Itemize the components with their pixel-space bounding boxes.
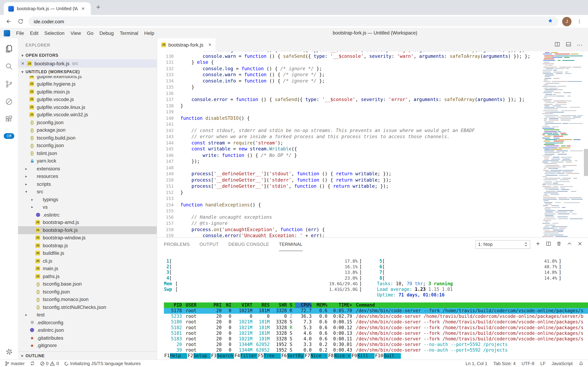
outline-header[interactable]: ▸ OUTLINE [18,351,157,359]
fkey-action-quit[interactable]: Quit [383,353,401,359]
close-panel-icon[interactable] [577,241,583,248]
menu-help[interactable]: Help [141,29,157,37]
tree-item-vs[interactable]: ▸vs [18,203,157,211]
process-row-5182[interactable]: 5182root2001021M181M3328R5.30.60:00.12/d… [164,325,588,331]
process-row-5181[interactable]: 5181root2001021M181M3328S4.60.60:00.13/d… [164,331,588,336]
maximize-panel-icon[interactable] [567,241,572,248]
column-header-ni[interactable]: NI [222,302,232,308]
fkey-f6[interactable]: F6 [281,353,287,359]
fkey-f4[interactable]: F4 [234,353,240,359]
tree-item-paths.js[interactable]: JSpaths.js [18,272,157,280]
column-header-pid[interactable]: PID [164,302,182,308]
process-row-5233[interactable]: 5233root200000Z36.30.00:02.79/dev/shm/bi… [164,314,588,319]
tree-item-tsconfig.json[interactable]: {}tsconfig.json [18,142,157,149]
kill-terminal-icon[interactable] [556,241,562,248]
close-icon[interactable]: ✕ [21,61,27,66]
sync-icon[interactable] [30,361,35,366]
eol[interactable]: LF [540,361,546,366]
tree-item-bootstrap-amd.js[interactable]: JSbootstrap-amd.js [18,218,157,226]
fkey-f3[interactable]: F3 [211,353,217,359]
settings-gear-icon[interactable] [0,348,18,356]
chevron-right-icon[interactable]: ▸ [23,313,29,317]
reload-icon[interactable] [17,17,25,25]
fkey-f7[interactable]: F7 [304,353,311,359]
tab-close-icon[interactable]: ✕ [81,5,86,12]
tree-item-gulpfile.vscode.linux.js[interactable]: JSgulpfile.vscode.linux.js [18,103,157,111]
new-terminal-icon[interactable] [535,241,541,248]
notifications-bell-icon[interactable] [579,361,583,366]
new-tab-button[interactable] [95,4,101,12]
tree-item-scripts[interactable]: ▸scripts [18,180,157,188]
fkey-action-kill[interactable]: Kill [357,353,375,359]
tree-item-gulpfile.mixin.js[interactable]: JSgulpfile.mixin.js [18,88,157,95]
tree-item-resources[interactable]: ▸resources [18,173,157,180]
avatar[interactable]: J [562,17,571,26]
panel-tab-terminal[interactable]: TERMINAL [279,238,302,251]
tree-item-tsconfig.json[interactable]: {}tsconfig.json [18,288,157,296]
blocked-circle-icon[interactable] [5,97,14,106]
chevron-right-icon[interactable]: ▸ [29,197,35,201]
tree-item-bootstrap.js[interactable]: JSbootstrap.js [18,242,157,249]
split-terminal-icon[interactable] [546,241,551,248]
tree-item-tsconfig.strictNullChecks.json[interactable]: {}tsconfig.strictNullChecks.json [18,303,157,311]
fkey-action-search[interactable]: Search [217,353,234,359]
tree-item-typings[interactable]: ▸typings [18,196,157,203]
tree-item-.mention-bot[interactable]: ●.mention-bot [18,349,157,351]
fkey-action-nice[interactable]: Nice - [311,353,328,359]
open-editor-item[interactable]: ✕ JS bootstrap-fork.js src [18,59,157,67]
minimap[interactable] [542,52,583,237]
fkey-action-nice[interactable]: Nice + [334,353,351,359]
menu-selection[interactable]: Selection [41,29,67,37]
tab-close-icon[interactable]: ✕ [208,42,212,47]
column-header-res[interactable]: RES [252,302,270,308]
menu-terminal[interactable]: Terminal [117,29,141,37]
process-row-5180[interactable]: 5180root2001021M181M3328S7.30.60:00.15/d… [164,319,588,325]
back-icon[interactable] [5,17,13,25]
fkey-f9[interactable]: F9 [351,353,357,359]
column-header-virt[interactable]: VIRT [232,302,252,308]
extensions-icon[interactable] [5,115,14,124]
fkey-action-tree[interactable]: Tree [264,353,281,359]
process-row-5178[interactable]: 5178root2001021M181M3328R72.70.60:05.70/… [164,308,588,314]
tree-item-cli.js[interactable]: JScli.js [18,257,157,265]
git-branch-item[interactable]: master [5,361,25,366]
column-header-shr[interactable]: SHR [270,302,287,308]
source-control-icon[interactable] [5,80,14,88]
editor-scrollbar[interactable] [584,149,588,176]
tree-item-tsconfig.build.json[interactable]: {}tsconfig.build.json [18,134,157,142]
tree-item-tsconfig.base.json[interactable]: {}tsconfig.base.json [18,280,157,288]
tree-item-bootstrap-window.js[interactable]: JSbootstrap-window.js [18,234,157,242]
chevron-right-icon[interactable]: ▸ [23,182,29,186]
tree-item-bootstrap-fork.js[interactable]: JSbootstrap-fork.js [18,226,157,234]
tree-item-test[interactable]: ▸test [18,311,157,319]
tree-item-package.json[interactable]: {}package.json [18,126,157,134]
explorer-icon[interactable] [5,44,14,53]
tree-item-tslint.json[interactable]: {}tslint.json [18,149,157,157]
tree-item-.editorconfig[interactable]: .editorconfig [18,319,157,326]
chevron-down-icon[interactable]: ▾ [23,190,29,194]
chevron-right-icon[interactable]: ▸ [23,174,29,178]
menu-view[interactable]: View [67,29,84,37]
tree-item-.eslintrc.json[interactable]: .eslintrc.json [18,326,157,334]
process-row-5183[interactable]: 5183root2001021M181M3328S4.00.60:00.11/d… [164,336,588,342]
more-actions-icon[interactable]: ⋯ [577,42,583,48]
code-editor[interactable]: 129 console.log = function () { safeSend… [157,51,588,237]
column-header-pri[interactable]: PRI [208,302,222,308]
fkey-f8[interactable]: F8 [328,353,334,359]
fkey-action-filter[interactable]: Filter [240,353,258,359]
tab-size[interactable]: Tab Size: 4 [493,361,515,366]
search-icon[interactable] [5,62,14,71]
process-row-20[interactable]: 20root2001344M620521952S3.30.20:30.01/de… [164,342,588,347]
encoding[interactable]: UTF-8 [522,361,534,366]
off-badge[interactable]: Off [4,133,14,139]
menu-edit[interactable]: Edit [27,29,41,37]
fkey-f1[interactable]: F1 [164,353,170,359]
split-editor-icon[interactable] [554,41,560,49]
menu-go[interactable]: Go [84,29,96,37]
column-header-command[interactable]: Command [352,302,588,308]
fkey-action-sortby[interactable]: SortBy [287,353,304,359]
fkey-action-help[interactable]: Help [170,353,187,359]
menu-debug[interactable]: Debug [96,29,117,37]
chevron-right-icon[interactable]: ▸ [23,167,29,171]
panel-tab-problems[interactable]: PROBLEMS [164,238,190,251]
